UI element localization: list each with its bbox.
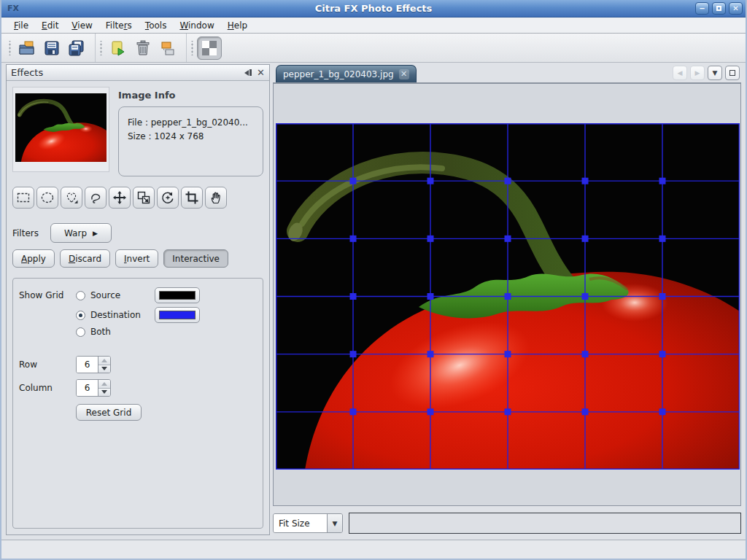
rect-select-icon (16, 190, 31, 205)
column-spin-up[interactable] (98, 380, 110, 389)
checkerboard-preview-toggle[interactable] (197, 36, 222, 60)
app-icon: FX (4, 4, 22, 13)
filter-select-button[interactable]: Warp ▶ (50, 223, 112, 243)
reset-grid-button[interactable]: Reset Grid (76, 404, 142, 421)
warp-grid-overlay[interactable] (276, 123, 740, 470)
zoom-mode-combo[interactable]: Fit Size ▼ (273, 513, 343, 533)
maximize-icon (716, 6, 721, 11)
delete-button[interactable] (131, 36, 155, 60)
view-toolbar-group (187, 34, 228, 62)
selected-filter-label: Warp (64, 228, 87, 238)
column-spin-down[interactable] (98, 389, 110, 397)
tab-close-button[interactable]: ✕ (399, 69, 409, 79)
status-bar (1, 540, 746, 559)
lasso-icon (88, 190, 103, 205)
apply-effect-button[interactable] (106, 36, 131, 60)
save-button[interactable] (39, 36, 64, 60)
image-info-box: File : pepper_1_bg_02040... Size : 1024 … (118, 106, 263, 176)
rotate-icon (160, 190, 175, 205)
invert-button[interactable]: Invert (115, 249, 158, 268)
column-spinner[interactable]: 6 (76, 379, 111, 397)
image-thumbnail[interactable] (12, 87, 109, 172)
apply-effect-icon (109, 39, 127, 57)
move-tool[interactable] (109, 187, 131, 209)
dock-float-button[interactable] (244, 69, 252, 76)
rotate-tool[interactable] (157, 187, 179, 209)
document-tab-bar: pepper_1_bg_020403.jpg ✕ ◀ ▶ ▼ (273, 64, 741, 83)
grid-settings-group: Show Grid Source Destination (12, 278, 263, 529)
image-info-heading: Image Info (118, 90, 263, 101)
menu-file[interactable]: File (7, 19, 35, 32)
title-bar[interactable]: FX Citra FX Photo Effects − ✕ (1, 0, 746, 18)
radio-both[interactable]: Both (76, 327, 155, 337)
heart-select-icon (64, 190, 79, 205)
effects-panel-header[interactable]: Effects ✕ (7, 65, 269, 81)
maximize-button[interactable] (712, 2, 726, 15)
radio-icon (76, 327, 85, 337)
file-toolbar-group (4, 34, 96, 62)
crop-tool[interactable] (181, 187, 203, 209)
trash-icon (134, 39, 152, 57)
menu-filters[interactable]: Filters (99, 19, 139, 32)
pan-tool[interactable] (205, 187, 227, 209)
toolbar-drag-handle[interactable] (190, 41, 194, 55)
interactive-toggle-button[interactable]: Interactive (163, 249, 228, 268)
menu-bar: File Edit View Filters Tools Window Help (1, 18, 746, 34)
apply-button[interactable]: Apply (12, 249, 55, 268)
menu-edit[interactable]: Edit (35, 19, 65, 32)
lasso-select-tool[interactable] (85, 187, 107, 209)
thumbnail-image (15, 93, 107, 162)
save-icon (43, 39, 61, 57)
column-value[interactable]: 6 (77, 380, 98, 396)
source-color-swatch (159, 291, 196, 300)
document-tab[interactable]: pepper_1_bg_020403.jpg ✕ (276, 65, 417, 82)
rectangular-select-tool[interactable] (12, 187, 34, 209)
toolbar-drag-handle[interactable] (98, 41, 103, 55)
transform-tool[interactable] (133, 187, 155, 209)
row-label: Row (19, 359, 76, 370)
close-button[interactable]: ✕ (729, 2, 743, 15)
row-spin-up[interactable] (98, 357, 110, 365)
row-value[interactable]: 6 (77, 357, 98, 373)
restore-document-button[interactable] (725, 66, 740, 80)
column-label: Column (19, 383, 76, 393)
open-file-button[interactable] (15, 36, 39, 60)
menu-window[interactable]: Window (173, 19, 220, 32)
move-icon (112, 190, 127, 205)
image-canvas[interactable] (273, 83, 741, 506)
save-all-button[interactable] (64, 36, 89, 60)
source-color-button[interactable] (155, 287, 200, 303)
row-spinner[interactable]: 6 (76, 356, 111, 373)
main-area: Effects ✕ Image Info File : pepper_1_bg_… (1, 63, 746, 538)
main-toolbar (1, 34, 746, 63)
minimize-button[interactable]: − (695, 2, 709, 15)
effects-panel-title: Effects (11, 67, 43, 78)
down-arrow-icon (101, 367, 107, 370)
menu-view[interactable]: View (65, 19, 98, 32)
document-area: pepper_1_bg_020403.jpg ✕ ◀ ▶ ▼ Fi (273, 64, 741, 535)
tab-scroll-left-button[interactable]: ◀ (673, 66, 687, 80)
tab-scroll-right-button[interactable]: ▶ (690, 66, 705, 80)
restore-icon (729, 70, 735, 76)
duplicate-button[interactable] (155, 36, 180, 60)
document-tab-title: pepper_1_bg_020403.jpg (283, 69, 394, 79)
row-spin-down[interactable] (98, 365, 110, 373)
discard-button[interactable]: Discard (60, 249, 110, 268)
toolbar-drag-handle[interactable] (7, 41, 12, 55)
menu-tools[interactable]: Tools (139, 19, 174, 32)
transform-icon (136, 190, 151, 205)
effects-panel: Effects ✕ Image Info File : pepper_1_bg_… (6, 64, 270, 535)
up-arrow-icon (101, 382, 107, 386)
radio-source[interactable]: Source (76, 290, 155, 300)
elliptical-select-tool[interactable] (36, 187, 58, 209)
menu-help[interactable]: Help (221, 19, 254, 32)
down-arrow-icon (101, 390, 107, 394)
shape-select-tool[interactable] (61, 187, 82, 209)
tab-list-button[interactable]: ▼ (708, 66, 722, 80)
image-info-file: File : pepper_1_bg_02040... (128, 116, 254, 130)
destination-color-button[interactable] (155, 307, 200, 323)
open-folder-icon (18, 39, 36, 57)
radio-destination[interactable]: Destination (76, 310, 155, 320)
dock-close-button[interactable]: ✕ (257, 68, 265, 77)
combo-dropdown-button[interactable]: ▼ (327, 514, 342, 532)
